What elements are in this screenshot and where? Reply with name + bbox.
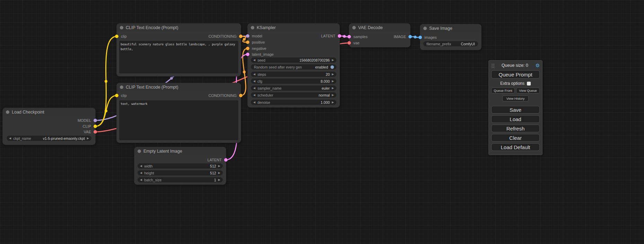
node-clip-text-encode-positive[interactable]: CLIP Text Encode (Prompt) clip CONDITION…: [117, 24, 241, 76]
conditioning-output-port[interactable]: [239, 35, 242, 38]
increment-arrow-icon[interactable]: ▶: [332, 80, 334, 83]
increment-arrow-icon[interactable]: ▶: [332, 73, 334, 76]
widget-value: 156680208700286: [299, 58, 330, 62]
ckpt-name-widget[interactable]: ◀ ckpt_name v1-5-pruned-emaonly.ckpt ▶: [7, 136, 91, 141]
collapse-dot-icon[interactable]: [6, 110, 9, 114]
samples-input-port[interactable]: [347, 35, 351, 38]
images-input-port[interactable]: [418, 36, 422, 39]
increment-arrow-icon[interactable]: ▶: [218, 179, 220, 181]
extra-options-checkbox[interactable]: [527, 82, 531, 85]
height-widget[interactable]: ◀ height 512 ▶: [138, 170, 223, 175]
decrement-arrow-icon[interactable]: ◀: [253, 94, 255, 97]
queue-front-button[interactable]: Queue Front: [491, 88, 515, 93]
node-load-checkpoint[interactable]: Load Checkpoint MODEL CLIP VAE ◀ ckpt_na…: [3, 108, 95, 145]
queue-buttons-row: Queue Front View Queue: [491, 88, 540, 93]
queue-prompt-button[interactable]: Queue Prompt: [491, 70, 540, 79]
settings-gear-icon[interactable]: ⚙: [535, 63, 540, 68]
input-slot-vae: vae: [349, 40, 410, 46]
cfg-widget[interactable]: ◀ cfg 8.000 ▶: [251, 79, 336, 84]
node-title: KSampler: [257, 25, 276, 30]
increment-arrow-icon[interactable]: ▶: [332, 94, 334, 97]
latent-output-port[interactable]: [224, 158, 228, 162]
view-queue-button[interactable]: View Queue: [516, 88, 540, 93]
vae-input-port[interactable]: [347, 41, 351, 45]
decrement-arrow-icon[interactable]: ◀: [9, 137, 11, 140]
random-seed-toggle-widget[interactable]: Random seed after every gen enabled: [251, 64, 336, 70]
drag-handle-icon[interactable]: [491, 63, 494, 68]
widget-label: width: [144, 164, 153, 168]
increment-arrow-icon[interactable]: ▶: [332, 59, 334, 62]
input-label-negative: negative: [252, 46, 266, 51]
node-save-image[interactable]: Save Image images filename_prefix ComfyU…: [420, 24, 481, 50]
node-title-bar[interactable]: VAE Decode: [349, 24, 410, 32]
batch-size-widget[interactable]: ◀ batch_size 1 ▶: [138, 177, 223, 182]
decrement-arrow-icon[interactable]: ◀: [253, 59, 255, 62]
node-ksampler[interactable]: KSampler model LATENT positive negative …: [248, 24, 339, 107]
positive-input-port[interactable]: [246, 40, 249, 44]
sampler-name-widget[interactable]: ◀ sampler_name euler ▶: [251, 85, 336, 91]
toggle-dot-icon[interactable]: [330, 65, 334, 69]
view-history-button[interactable]: View History: [502, 96, 529, 101]
conditioning-output-port[interactable]: [239, 94, 242, 97]
widget-value: 512: [210, 171, 216, 175]
negative-prompt-textarea[interactable]: [119, 100, 238, 140]
output-slot-latent: LATENT: [134, 157, 226, 163]
model-input-port[interactable]: [246, 34, 249, 38]
decrement-arrow-icon[interactable]: ◀: [253, 73, 255, 76]
node-title-bar[interactable]: KSampler: [248, 24, 339, 32]
node-title-bar[interactable]: Load Checkpoint: [3, 108, 95, 116]
decrement-arrow-icon[interactable]: ◀: [253, 80, 255, 83]
node-vae-decode[interactable]: VAE Decode samples IMAGE vae: [349, 24, 410, 47]
model-output-port[interactable]: [94, 119, 97, 122]
clear-button[interactable]: Clear: [491, 134, 540, 142]
latent-image-input-port[interactable]: [246, 53, 249, 56]
load-button[interactable]: Load: [491, 115, 540, 123]
vae-output-port[interactable]: [94, 130, 97, 134]
input-label-clip: clip: [121, 34, 127, 38]
increment-arrow-icon[interactable]: ▶: [218, 172, 220, 174]
decrement-arrow-icon[interactable]: ◀: [253, 87, 255, 90]
node-title: Save Image: [429, 26, 452, 31]
collapse-dot-icon[interactable]: [138, 150, 141, 153]
width-widget[interactable]: ◀ width 512 ▶: [138, 163, 223, 169]
node-title-bar[interactable]: Save Image: [420, 24, 481, 33]
denoise-widget[interactable]: ◀ denoise 1.000 ▶: [251, 100, 336, 105]
collapse-dot-icon[interactable]: [423, 27, 427, 30]
steps-widget[interactable]: ◀ steps 20 ▶: [251, 72, 336, 77]
increment-arrow-icon[interactable]: ▶: [332, 87, 334, 90]
clip-input-port[interactable]: [115, 94, 118, 97]
seed-widget[interactable]: ◀ seed 156680208700286 ▶: [251, 57, 336, 63]
load-default-button[interactable]: Load Default: [491, 143, 540, 151]
collapse-dot-icon[interactable]: [251, 26, 254, 29]
collapse-dot-icon[interactable]: [120, 85, 123, 89]
widget-value: 20: [326, 72, 330, 76]
node-title-bar[interactable]: CLIP Text Encode (Prompt): [117, 83, 241, 91]
negative-input-port[interactable]: [246, 47, 249, 50]
widget-label: filename_prefix: [426, 42, 451, 46]
slot-row: clip CONDITIONING: [117, 93, 241, 98]
node-empty-latent-image[interactable]: Empty Latent Image LATENT ◀ width 512 ▶ …: [134, 147, 226, 184]
collapse-dot-icon[interactable]: [120, 26, 123, 29]
node-clip-text-encode-negative[interactable]: CLIP Text Encode (Prompt) clip CONDITION…: [117, 83, 241, 143]
decrement-arrow-icon[interactable]: ◀: [140, 179, 142, 181]
decrement-arrow-icon[interactable]: ◀: [253, 101, 255, 104]
node-title-bar[interactable]: Empty Latent Image: [134, 147, 226, 155]
node-title-bar[interactable]: CLIP Text Encode (Prompt): [117, 24, 241, 32]
increment-arrow-icon[interactable]: ▶: [218, 165, 220, 168]
refresh-button[interactable]: Refresh: [491, 125, 540, 132]
clip-output-port[interactable]: [94, 125, 97, 128]
filename-prefix-widget[interactable]: filename_prefix ComfyUI: [423, 41, 478, 46]
input-slot-latent-image: latent_image: [248, 52, 339, 57]
latent-output-port[interactable]: [338, 34, 341, 38]
decrement-arrow-icon[interactable]: ◀: [140, 165, 142, 168]
save-button[interactable]: Save: [491, 106, 540, 114]
increment-arrow-icon[interactable]: ▶: [87, 137, 89, 140]
node-graph-canvas[interactable]: Load Checkpoint MODEL CLIP VAE ◀ ckpt_na…: [0, 0, 644, 244]
collapse-dot-icon[interactable]: [352, 26, 356, 29]
clip-input-port[interactable]: [115, 35, 118, 38]
positive-prompt-textarea[interactable]: [119, 41, 238, 73]
scheduler-widget[interactable]: ◀ scheduler normal ▶: [251, 92, 336, 98]
increment-arrow-icon[interactable]: ▶: [332, 101, 334, 104]
decrement-arrow-icon[interactable]: ◀: [140, 172, 142, 174]
image-output-port[interactable]: [408, 35, 412, 38]
